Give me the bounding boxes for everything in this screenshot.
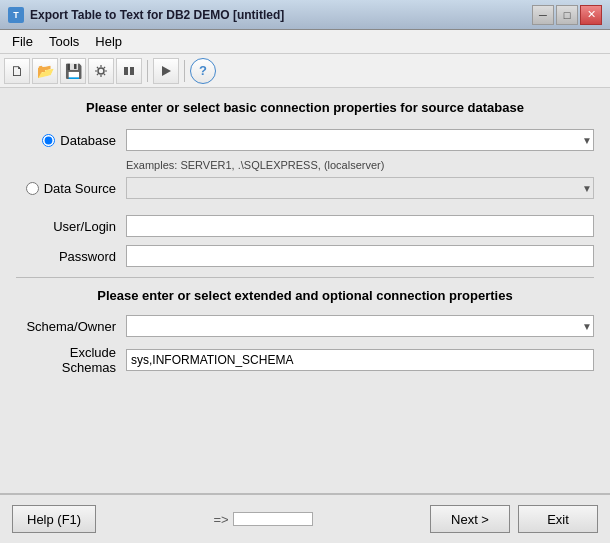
password-row: Password <box>16 245 594 267</box>
run-button[interactable] <box>116 58 142 84</box>
help-button[interactable]: Help (F1) <box>12 505 96 533</box>
password-label: Password <box>16 249 126 264</box>
toolbar: 🗋 📂 💾 ? <box>0 54 610 88</box>
database-hint: Examples: SERVER1, .\SQLEXPRESS, (locals… <box>126 159 594 171</box>
svg-rect-1 <box>124 67 128 75</box>
toolbar-separator2 <box>184 60 185 82</box>
svg-point-0 <box>98 68 104 74</box>
database-row: Database ▼ <box>16 129 594 151</box>
password-wrap <box>126 245 594 267</box>
user-login-row: User/Login <box>16 215 594 237</box>
bottom-buttons-container: Help (F1) => Next > Exit <box>12 505 598 533</box>
progress-area: => <box>104 512 422 527</box>
data-source-radio[interactable] <box>26 182 39 195</box>
data-source-label-text: Data Source <box>44 181 116 196</box>
bottom-bar: Help (F1) => Next > Exit <box>0 493 610 543</box>
extended-section-header: Please enter or select extended and opti… <box>16 288 594 303</box>
menu-file[interactable]: File <box>4 32 41 51</box>
database-radio-label[interactable]: Database <box>16 133 126 148</box>
password-input[interactable] <box>126 245 594 267</box>
schema-owner-select-wrap: ▼ <box>126 315 594 337</box>
schema-owner-select[interactable] <box>126 315 594 337</box>
play-button[interactable] <box>153 58 179 84</box>
exclude-schemas-wrap <box>126 349 594 371</box>
data-source-row: Data Source ▼ <box>16 177 594 199</box>
database-select[interactable] <box>126 129 594 151</box>
user-login-label: User/Login <box>16 219 126 234</box>
schema-owner-row: Schema/Owner ▼ <box>16 315 594 337</box>
window-controls[interactable]: ─ □ ✕ <box>532 5 602 25</box>
exclude-schemas-input[interactable] <box>126 349 594 371</box>
user-login-wrap <box>126 215 594 237</box>
exit-button[interactable]: Exit <box>518 505 598 533</box>
schema-owner-label: Schema/Owner <box>16 319 126 334</box>
section-separator <box>16 277 594 278</box>
database-radio[interactable] <box>42 134 55 147</box>
nav-buttons: Next > Exit <box>430 505 598 533</box>
settings-button[interactable] <box>88 58 114 84</box>
open-button[interactable]: 📂 <box>32 58 58 84</box>
database-label-text: Database <box>60 133 116 148</box>
app-icon: T <box>8 7 24 23</box>
close-button[interactable]: ✕ <box>580 5 602 25</box>
user-login-input[interactable] <box>126 215 594 237</box>
main-content: Please enter or select basic connection … <box>0 88 610 493</box>
save-button[interactable]: 💾 <box>60 58 86 84</box>
data-source-select[interactable] <box>126 177 594 199</box>
database-select-wrap: ▼ <box>126 129 594 151</box>
title-bar: T Export Table to Text for DB2 DEMO [unt… <box>0 0 610 30</box>
menu-tools[interactable]: Tools <box>41 32 87 51</box>
menu-bar: File Tools Help <box>0 30 610 54</box>
window-title: Export Table to Text for DB2 DEMO [untit… <box>30 8 532 22</box>
data-source-select-wrap: ▼ <box>126 177 594 199</box>
toolbar-separator <box>147 60 148 82</box>
menu-help[interactable]: Help <box>87 32 130 51</box>
new-button[interactable]: 🗋 <box>4 58 30 84</box>
exclude-schemas-label: Exclude Schemas <box>16 345 126 375</box>
next-button[interactable]: Next > <box>430 505 510 533</box>
progress-arrow: => <box>214 512 229 527</box>
top-section-header: Please enter or select basic connection … <box>16 100 594 115</box>
progress-bar <box>233 512 313 526</box>
maximize-button[interactable]: □ <box>556 5 578 25</box>
svg-rect-2 <box>130 67 134 75</box>
data-source-radio-label[interactable]: Data Source <box>16 181 126 196</box>
exclude-schemas-row: Exclude Schemas <box>16 345 594 375</box>
svg-marker-3 <box>162 66 171 76</box>
help-icon-button[interactable]: ? <box>190 58 216 84</box>
minimize-button[interactable]: ─ <box>532 5 554 25</box>
